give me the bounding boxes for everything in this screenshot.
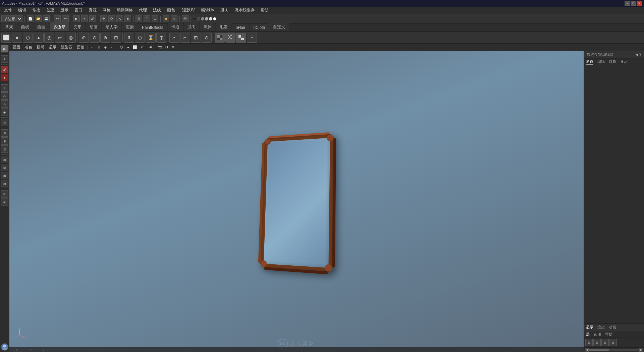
quality-dot-1[interactable] (193, 17, 196, 20)
menu-create[interactable]: 创建 (44, 7, 57, 14)
menu-mesh[interactable]: 网格 (100, 7, 113, 14)
menu-assets[interactable]: 资源 (86, 7, 99, 14)
vp-btn-cam3[interactable]: ⊕ (170, 44, 176, 50)
shelf-extract[interactable]: ⊗ (100, 33, 110, 43)
rp-tab-channel[interactable]: 通道 (586, 59, 593, 64)
tab-muscle[interactable]: 肌肉 (184, 23, 199, 31)
shelf-separate[interactable]: ⊖ (90, 33, 100, 43)
shelf-checker4[interactable]: ✦ (247, 33, 257, 43)
rp-layer-btn2[interactable]: ⊟ (593, 339, 601, 346)
viewport[interactable]: Y X Z 0.00000 0.00000 NC 人人素材 (9, 51, 584, 352)
quality-dot-4[interactable] (205, 17, 208, 20)
shelf-bridge[interactable]: ⌛ (146, 33, 156, 43)
vp-btn-isolate[interactable]: ◈ (103, 44, 109, 50)
menu-window[interactable]: 窗口 (72, 7, 85, 14)
toolbar-btn-scale[interactable]: ⤡ (116, 15, 123, 22)
toolbar-btn-paint[interactable]: 🖌 (89, 15, 96, 22)
toolbar-btn-snap-point[interactable]: ⊙ (152, 15, 158, 22)
menu-help[interactable]: 帮助 (258, 7, 271, 14)
tab-custom[interactable]: 自定义 (269, 23, 289, 31)
shelf-combine[interactable]: ⊕ (79, 33, 89, 43)
toolbar-btn-snap-curve[interactable]: ⌒ (144, 15, 150, 22)
menu-file[interactable]: 文件 (1, 7, 15, 14)
tool-lasso[interactable]: ⌖ (1, 55, 8, 63)
toolbar-btn-new[interactable]: 📄 (27, 15, 34, 22)
toolbar-btn-snap-grid[interactable]: ⊞ (136, 15, 142, 22)
tool-attr2[interactable]: ⊠ (1, 199, 8, 206)
scroll-track[interactable] (589, 349, 639, 351)
toolbar-btn-universal[interactable]: ◈ (124, 15, 131, 22)
tool-weight[interactable]: ⊙ (1, 145, 8, 153)
shelf-extrude[interactable]: ⬆ (124, 33, 134, 43)
vp-btn-smooth[interactable]: ● (125, 44, 131, 50)
rp-btm-tab-display[interactable]: 显示 (586, 325, 593, 330)
tab-rendering[interactable]: 渲染 (122, 23, 138, 31)
tab-dynamics[interactable]: 动力学 (102, 23, 121, 31)
tool-layers2[interactable]: ▥ (1, 164, 8, 171)
vp-menu-shading[interactable]: 着色 (23, 44, 34, 50)
vp-btn-frame[interactable]: ▭ (109, 44, 115, 50)
toolbar-btn-render[interactable]: ■ (163, 15, 169, 22)
shelf-cylinder[interactable]: ⬡ (23, 33, 33, 43)
toolbar-btn-move[interactable]: ✛ (100, 15, 107, 22)
menu-edit-mesh[interactable]: 编辑网格 (114, 7, 136, 14)
tool-layers3[interactable]: ▦ (1, 172, 8, 179)
tool-select[interactable]: ▶ (1, 45, 8, 52)
tool-paint[interactable]: 🖌 (1, 66, 8, 73)
toolbar-btn-lasso[interactable]: ⌖ (81, 15, 88, 22)
rp-layer-btn3[interactable]: ⊕ (601, 339, 609, 346)
shelf-checker[interactable] (215, 33, 225, 43)
tab-painteffects[interactable]: PaintEffects (138, 24, 167, 31)
tool-attr1[interactable]: ⊟ (1, 190, 8, 198)
tab-surfaces[interactable]: 曲面 (34, 23, 49, 31)
tool-layers[interactable]: ▤ (1, 156, 8, 163)
toolbar-btn-save[interactable]: 💾 (43, 15, 50, 22)
tab-nhair[interactable]: nHair (232, 24, 249, 31)
tab-ncloth[interactable]: nCloth (250, 24, 269, 31)
tool-move[interactable]: ✛ (1, 84, 8, 92)
toolbar-btn-select[interactable]: ▶ (73, 15, 80, 22)
tool-layers4[interactable]: ▧ (1, 180, 8, 187)
shelf-cube[interactable]: ⬜ (1, 33, 11, 43)
shelf-insert-loop[interactable]: ⊞ (191, 33, 201, 43)
shelf-fill[interactable]: ◫ (156, 33, 166, 43)
toolbar-btn-undo[interactable]: ↩ (54, 15, 61, 22)
minimize-button[interactable]: － (625, 1, 630, 6)
vp-btn-cam1[interactable]: 📷 (157, 44, 163, 50)
tool-soft-mod[interactable]: ⊕ (1, 129, 8, 137)
quality-dot-2[interactable] (197, 17, 200, 20)
rp-question-icon[interactable]: ? (639, 52, 641, 57)
rp-tab-display[interactable]: 显示 (620, 59, 628, 64)
rp-btm-tab-anim[interactable]: 动画 (609, 325, 616, 330)
toolbar-btn-show-hide[interactable]: 👁 (182, 15, 189, 22)
vp-btn-wireframe[interactable]: ⬡ (118, 44, 124, 50)
shelf-split-poly[interactable]: ✂ (169, 33, 179, 43)
menu-display[interactable]: 显示 (58, 7, 71, 14)
tool-sculpt[interactable]: ⊗ (1, 137, 8, 145)
shelf-boolean[interactable]: ⊞ (111, 33, 121, 43)
menu-muscle[interactable]: 肌肉 (218, 7, 231, 14)
tab-cartoon[interactable]: 卡通 (168, 23, 183, 31)
shelf-checker3[interactable] (236, 33, 246, 43)
shelf-disk[interactable]: ◍ (66, 33, 76, 43)
tool-scale[interactable]: ⤡ (1, 100, 8, 108)
tab-animation[interactable]: 动画 (86, 23, 101, 31)
vp-menu-lighting[interactable]: 照明 (35, 44, 46, 50)
vp-btn-cam2[interactable]: 🎞 (163, 44, 169, 50)
rp-layer-btn4[interactable]: ⊗ (609, 339, 617, 346)
tab-polygon[interactable]: 多边形 (50, 23, 69, 31)
mode-select[interactable]: 多边形 曲面 动画 (1, 15, 22, 22)
maximize-button[interactable]: □ (631, 1, 636, 6)
scroll-thumb[interactable] (589, 349, 609, 351)
quality-dot-3[interactable] (201, 17, 204, 20)
rp-btm-tab-render[interactable]: 渲染 (597, 325, 605, 330)
rp-tab-edit[interactable]: 编辑 (597, 59, 605, 64)
vp-btn-aa[interactable]: Ai (148, 44, 154, 50)
vp-menu-panel[interactable]: 面板 (75, 44, 86, 50)
shelf-cut[interactable]: ✂ (180, 33, 190, 43)
close-button[interactable]: ✕ (637, 1, 642, 6)
menu-edit[interactable]: 编辑 (15, 7, 29, 14)
toolbar-btn-rotate[interactable]: ⟳ (108, 15, 115, 22)
vp-menu-view[interactable]: 视图 (11, 44, 22, 50)
vp-menu-show[interactable]: 显示 (47, 44, 58, 50)
